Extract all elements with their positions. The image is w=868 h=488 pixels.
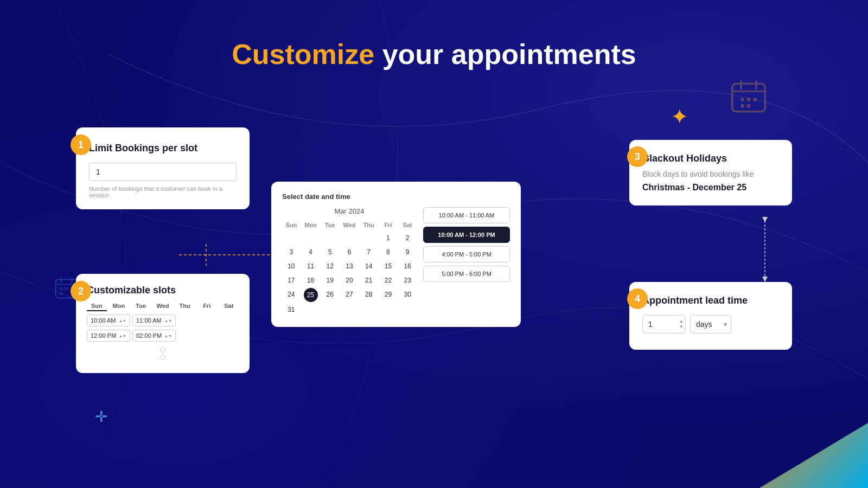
cal-day-5[interactable]: 5 — [321, 246, 339, 259]
cal-day-4[interactable]: 4 — [302, 246, 320, 259]
cal-header-wed: Wed — [340, 220, 359, 230]
cal-day-2[interactable]: 2 — [398, 232, 417, 245]
cal-day-empty — [360, 232, 378, 245]
bookings-input[interactable] — [89, 163, 237, 181]
cal-day-empty — [321, 303, 339, 316]
cal-day-27[interactable]: 27 — [340, 288, 359, 302]
days-select-wrap: days hours weeks ▼ — [690, 315, 731, 333]
day-sun: Sun — [87, 303, 107, 311]
time-slot-1[interactable]: 10:00 AM - 11:00 AM — [423, 207, 510, 223]
day-fri: Fri — [197, 303, 217, 311]
cal-day-17[interactable]: 17 — [282, 274, 301, 287]
day-thu: Thu — [175, 303, 195, 311]
cal-day-31[interactable]: 31 — [282, 303, 301, 316]
time-row-1: 10:00 AM ▲▼ 11:00 AM ▲▼ — [87, 314, 239, 326]
badge-2: 2 — [71, 281, 91, 301]
main-title: Customize your appointments — [232, 38, 636, 70]
cal-day-18[interactable]: 18 — [302, 274, 320, 287]
day-sat: Sat — [219, 303, 239, 311]
cal-day-15[interactable]: 15 — [379, 260, 398, 273]
badge-3: 3 — [627, 146, 648, 167]
cal-day-16[interactable]: 16 — [398, 260, 417, 273]
card1-title: Limit Bookings per slot — [89, 143, 237, 154]
cal-header-mon: Mon — [302, 220, 320, 230]
card3-desc: Block days to avoid bookings like — [642, 170, 779, 178]
cal-day-24[interactable]: 24 — [282, 288, 301, 302]
cal-day-21[interactable]: 21 — [360, 274, 378, 287]
badge-1: 1 — [71, 134, 91, 155]
cal-header-tue: Tue — [321, 220, 339, 230]
svg-point-8 — [747, 104, 751, 108]
time-select-mon-1[interactable]: 11:00 AM ▲▼ — [132, 314, 176, 326]
cal-day-9[interactable]: 9 — [398, 246, 417, 259]
card3-title: Blackout Holidays — [642, 153, 779, 164]
day-tue: Tue — [131, 303, 151, 311]
card-calendar: Select date and time Mar 2024 Sun Mon Tu… — [271, 182, 521, 327]
cal-day-3[interactable]: 3 — [282, 246, 301, 259]
calendar-deco-icon — [730, 79, 768, 117]
cal-day-26[interactable]: 26 — [321, 288, 339, 302]
time-row-2: 12:00 PM ▲▼ 02:00 PM ▲▼ — [87, 330, 239, 342]
cal-day-empty — [321, 232, 339, 245]
cal-day-29[interactable]: 29 — [379, 288, 398, 302]
cal-day-12[interactable]: 12 — [321, 260, 339, 273]
cal-day-14[interactable]: 14 — [360, 260, 378, 273]
calendar-inner: Mar 2024 Sun Mon Tue Wed Thu Fri Sat 1 2 — [282, 207, 510, 316]
svg-rect-14 — [65, 287, 68, 290]
cal-day-30[interactable]: 30 — [398, 288, 417, 302]
cal-day-empty — [340, 232, 359, 245]
svg-rect-13 — [59, 287, 63, 290]
cal-header-sat: Sat — [398, 220, 417, 230]
cal-day-8[interactable]: 8 — [379, 246, 398, 259]
calendar-grid: Sun Mon Tue Wed Thu Fri Sat 1 2 3 4 5 6 — [282, 220, 417, 316]
cal-header-fri: Fri — [379, 220, 398, 230]
cal-day-20[interactable]: 20 — [340, 274, 359, 287]
dot-2 — [160, 355, 165, 360]
cal-header-thu: Thu — [360, 220, 378, 230]
lead-time-controls: ▲ ▼ days hours weeks ▼ — [642, 315, 779, 333]
day-headers-row: Sun Mon Tue Wed Thu Fri Sat — [87, 303, 239, 311]
day-mon: Mon — [109, 303, 129, 311]
svg-rect-15 — [59, 292, 63, 295]
cal-day-23[interactable]: 23 — [398, 274, 417, 287]
card-appointment-lead-time: Appointment lead time ▲ ▼ days hours wee… — [629, 282, 792, 350]
card-customizable-slots: Customizable slots Sun Mon Tue Wed Thu F… — [76, 274, 250, 373]
cal-day-11[interactable]: 11 — [302, 260, 320, 273]
chevron-down-icon: ▼ — [723, 322, 728, 328]
cal-day-empty — [398, 303, 417, 316]
time-slot-4[interactable]: 5:00 PM - 6:00 PM — [423, 266, 510, 282]
svg-point-5 — [747, 98, 751, 101]
time-slot-3[interactable]: 4:00 PM - 5:00 PM — [423, 246, 510, 262]
cal-day-6[interactable]: 6 — [340, 246, 359, 259]
time-select-mon-2[interactable]: 02:00 PM ▲▼ — [132, 330, 176, 342]
svg-marker-21 — [762, 277, 768, 282]
cal-day-19[interactable]: 19 — [321, 274, 339, 287]
cal-day-22[interactable]: 22 — [379, 274, 398, 287]
svg-point-6 — [753, 98, 757, 101]
card2-title: Customizable slots — [87, 285, 239, 296]
calendar-grid-area: Mar 2024 Sun Mon Tue Wed Thu Fri Sat 1 2 — [282, 207, 417, 316]
arrow-connector-2 — [749, 217, 781, 282]
cal-day-7[interactable]: 7 — [360, 246, 378, 259]
cal-day-empty — [282, 232, 301, 245]
cal-header-sun: Sun — [282, 220, 301, 230]
cal-day-13[interactable]: 13 — [340, 260, 359, 273]
spin-down[interactable]: ▼ — [679, 324, 684, 330]
cal-day-1[interactable]: 1 — [379, 232, 398, 245]
time-slot-2[interactable]: 10:00 AM - 12:00 PM — [423, 227, 510, 243]
star-icon: ✦ — [671, 106, 689, 127]
time-select-sun-2[interactable]: 12:00 PM ▲▼ — [87, 330, 130, 342]
calendar-month: Mar 2024 — [282, 207, 417, 215]
cal-day-28[interactable]: 28 — [360, 288, 378, 302]
spin-up[interactable]: ▲ — [679, 319, 684, 324]
time-select-sun-1[interactable]: 10:00 AM ▲▼ — [87, 314, 130, 326]
cal-day-empty — [379, 303, 398, 316]
day-wed: Wed — [153, 303, 173, 311]
badge-4: 4 — [627, 288, 648, 309]
lead-time-input-wrap: ▲ ▼ — [642, 315, 686, 333]
card1-hint: Number of bookings that a customer can b… — [89, 185, 237, 198]
cal-day-25-today[interactable]: 25 — [304, 288, 318, 302]
cal-day-10[interactable]: 10 — [282, 260, 301, 273]
spin-buttons: ▲ ▼ — [679, 319, 684, 329]
cal-day-empty — [302, 303, 320, 316]
